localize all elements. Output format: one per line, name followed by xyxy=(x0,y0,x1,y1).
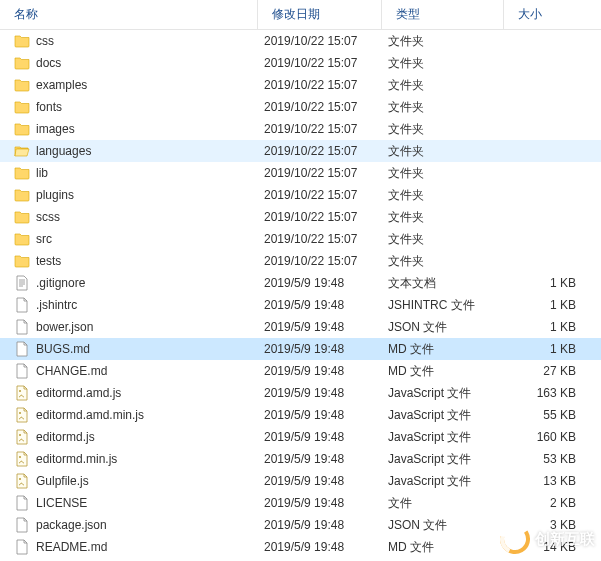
text-icon xyxy=(14,275,30,291)
file-date-cell: 2019/10/22 15:07 xyxy=(258,56,382,70)
file-type-cell: 文件夹 xyxy=(382,187,504,204)
file-size-cell: 160 KB xyxy=(504,430,594,444)
folder-icon xyxy=(14,165,30,181)
file-date-cell: 2019/10/22 15:07 xyxy=(258,34,382,48)
file-name-label: package.json xyxy=(36,518,107,532)
file-name-cell: lib xyxy=(8,165,258,181)
file-name-label: editormd.amd.js xyxy=(36,386,121,400)
file-icon xyxy=(14,297,30,313)
file-row[interactable]: bower.json2019/5/9 19:48JSON 文件1 KB xyxy=(0,316,601,338)
file-type-cell: MD 文件 xyxy=(382,341,504,358)
file-row[interactable]: editormd.amd.min.js2019/5/9 19:48JavaScr… xyxy=(0,404,601,426)
file-row[interactable]: LICENSE2019/5/9 19:48文件2 KB xyxy=(0,492,601,514)
file-size-cell: 1 KB xyxy=(504,298,594,312)
file-date-cell: 2019/10/22 15:07 xyxy=(258,188,382,202)
file-name-cell: css xyxy=(8,33,258,49)
file-type-cell: 文件夹 xyxy=(382,33,504,50)
file-name-label: images xyxy=(36,122,75,136)
file-row[interactable]: editormd.js2019/5/9 19:48JavaScript 文件16… xyxy=(0,426,601,448)
file-date-cell: 2019/5/9 19:48 xyxy=(258,342,382,356)
file-name-label: plugins xyxy=(36,188,74,202)
file-row[interactable]: editormd.min.js2019/5/9 19:48JavaScript … xyxy=(0,448,601,470)
file-name-label: fonts xyxy=(36,100,62,114)
file-icon xyxy=(14,341,30,357)
file-date-cell: 2019/5/9 19:48 xyxy=(258,474,382,488)
file-type-cell: 文件夹 xyxy=(382,253,504,270)
file-row[interactable]: Gulpfile.js2019/5/9 19:48JavaScript 文件13… xyxy=(0,470,601,492)
file-size-cell: 1 KB xyxy=(504,342,594,356)
file-name-cell: plugins xyxy=(8,187,258,203)
column-header-row: 名称 修改日期 类型 大小 xyxy=(0,0,601,30)
folder-icon xyxy=(14,209,30,225)
file-type-cell: JavaScript 文件 xyxy=(382,407,504,424)
file-name-cell: BUGS.md xyxy=(8,341,258,357)
file-row[interactable]: fonts2019/10/22 15:07文件夹 xyxy=(0,96,601,118)
watermark-text: 创新互联 xyxy=(535,530,595,549)
file-name-cell: examples xyxy=(8,77,258,93)
folder-icon xyxy=(14,77,30,93)
file-row[interactable]: editormd.amd.js2019/5/9 19:48JavaScript … xyxy=(0,382,601,404)
file-date-cell: 2019/5/9 19:48 xyxy=(258,298,382,312)
file-name-cell: languages xyxy=(8,143,258,159)
folder-icon xyxy=(14,187,30,203)
file-name-cell: package.json xyxy=(8,517,258,533)
file-name-label: Gulpfile.js xyxy=(36,474,89,488)
file-name-label: lib xyxy=(36,166,48,180)
file-name-cell: docs xyxy=(8,55,258,71)
column-header-name[interactable]: 名称 xyxy=(0,0,258,29)
file-name-label: README.md xyxy=(36,540,107,554)
file-row[interactable]: lib2019/10/22 15:07文件夹 xyxy=(0,162,601,184)
file-type-cell: 文件夹 xyxy=(382,99,504,116)
file-date-cell: 2019/10/22 15:07 xyxy=(258,78,382,92)
file-date-cell: 2019/5/9 19:48 xyxy=(258,364,382,378)
column-header-date[interactable]: 修改日期 xyxy=(258,0,382,29)
file-date-cell: 2019/5/9 19:48 xyxy=(258,496,382,510)
file-row[interactable]: languages2019/10/22 15:07文件夹 xyxy=(0,140,601,162)
svg-point-4 xyxy=(19,478,21,480)
file-size-cell: 13 KB xyxy=(504,474,594,488)
file-name-label: CHANGE.md xyxy=(36,364,107,378)
file-name-label: src xyxy=(36,232,52,246)
file-type-cell: 文件夹 xyxy=(382,121,504,138)
file-row[interactable]: .jshintrc2019/5/9 19:48JSHINTRC 文件1 KB xyxy=(0,294,601,316)
column-header-size[interactable]: 大小 xyxy=(504,0,601,29)
folder-icon xyxy=(14,231,30,247)
file-row[interactable]: CHANGE.md2019/5/9 19:48MD 文件27 KB xyxy=(0,360,601,382)
column-header-type[interactable]: 类型 xyxy=(382,0,504,29)
svg-point-0 xyxy=(19,390,21,392)
file-name-cell: editormd.amd.js xyxy=(8,385,258,401)
script-icon xyxy=(14,385,30,401)
file-date-cell: 2019/10/22 15:07 xyxy=(258,254,382,268)
file-row[interactable]: examples2019/10/22 15:07文件夹 xyxy=(0,74,601,96)
file-type-cell: JavaScript 文件 xyxy=(382,451,504,468)
file-name-label: languages xyxy=(36,144,91,158)
file-name-label: editormd.amd.min.js xyxy=(36,408,144,422)
file-name-label: css xyxy=(36,34,54,48)
file-row[interactable]: .gitignore2019/5/9 19:48文本文档1 KB xyxy=(0,272,601,294)
file-name-label: examples xyxy=(36,78,87,92)
file-type-cell: 文件夹 xyxy=(382,209,504,226)
file-row[interactable]: src2019/10/22 15:07文件夹 xyxy=(0,228,601,250)
file-name-cell: src xyxy=(8,231,258,247)
file-type-cell: 文件夹 xyxy=(382,143,504,160)
file-date-cell: 2019/10/22 15:07 xyxy=(258,166,382,180)
file-type-cell: JSON 文件 xyxy=(382,319,504,336)
file-row[interactable]: css2019/10/22 15:07文件夹 xyxy=(0,30,601,52)
file-row[interactable]: images2019/10/22 15:07文件夹 xyxy=(0,118,601,140)
file-name-label: scss xyxy=(36,210,60,224)
file-name-cell: CHANGE.md xyxy=(8,363,258,379)
file-row[interactable]: BUGS.md2019/5/9 19:48MD 文件1 KB xyxy=(0,338,601,360)
file-row[interactable]: plugins2019/10/22 15:07文件夹 xyxy=(0,184,601,206)
file-name-cell: scss xyxy=(8,209,258,225)
file-name-cell: tests xyxy=(8,253,258,269)
watermark-logo-icon xyxy=(499,523,531,555)
file-name-cell: LICENSE xyxy=(8,495,258,511)
file-name-label: editormd.min.js xyxy=(36,452,117,466)
script-icon xyxy=(14,473,30,489)
file-row[interactable]: scss2019/10/22 15:07文件夹 xyxy=(0,206,601,228)
file-row[interactable]: tests2019/10/22 15:07文件夹 xyxy=(0,250,601,272)
file-icon xyxy=(14,517,30,533)
file-row[interactable]: docs2019/10/22 15:07文件夹 xyxy=(0,52,601,74)
file-type-cell: JavaScript 文件 xyxy=(382,429,504,446)
folder-icon xyxy=(14,33,30,49)
